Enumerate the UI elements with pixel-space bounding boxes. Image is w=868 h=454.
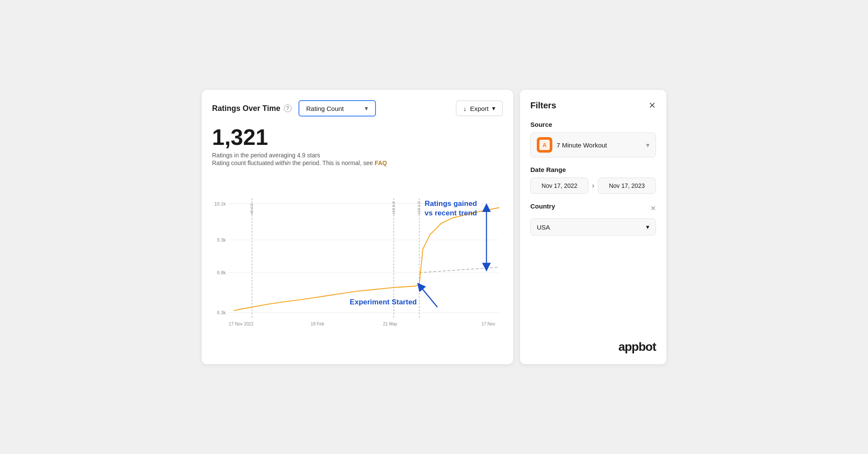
svg-line-16 <box>420 286 437 307</box>
country-dropdown[interactable]: USA ▾ <box>530 218 656 236</box>
svg-text:10.1k: 10.1k <box>214 201 226 206</box>
sidebar-card: Filters ✕ Source A 7 Minute Workout ▾ Da… <box>520 90 666 364</box>
svg-text:9.3k: 9.3k <box>217 237 226 242</box>
stat-note: Rating count fluctuated within the perio… <box>212 160 503 166</box>
download-icon: ↓ <box>463 105 467 112</box>
svg-text:v9.4.0: v9.4.0 <box>249 203 254 214</box>
country-chevron-icon: ▾ <box>646 223 649 231</box>
card-header: Ratings Over Time ? Rating Count ▾ ↓ Exp… <box>212 100 503 117</box>
country-header: Country ✕ <box>530 202 656 214</box>
stat-note-suffix: the period. This is normal, see <box>291 160 375 166</box>
rating-count-value: 1,321 <box>212 125 503 150</box>
source-dropdown[interactable]: A 7 Minute Workout ▾ <box>530 132 656 157</box>
chevron-down-icon: ▾ <box>365 104 368 112</box>
date-arrow-icon: › <box>592 182 594 190</box>
svg-text:A: A <box>542 142 547 148</box>
card-title: Ratings Over Time ? <box>212 104 292 113</box>
svg-text:8.8k: 8.8k <box>217 270 226 275</box>
export-button[interactable]: ↓ Export ▾ <box>456 101 503 116</box>
date-range-filter-section: Date Range Nov 17, 2022 › Nov 17, 2023 <box>530 166 656 194</box>
stat-note-italic: within <box>275 160 291 166</box>
export-chevron-icon: ▾ <box>492 104 496 112</box>
svg-text:18 Feb: 18 Feb <box>311 321 324 326</box>
faq-link[interactable]: FAQ <box>375 160 387 166</box>
annotation-experiment: Experiment Started <box>350 298 417 307</box>
stat-subtitle: Ratings in the period averaging 4.9 star… <box>212 152 503 159</box>
chart-title: Ratings Over Time <box>212 104 280 113</box>
app-icon: A <box>537 137 552 153</box>
source-chevron-icon: ▾ <box>646 141 649 149</box>
close-button[interactable]: ✕ <box>649 100 656 110</box>
chart-area: 10.1k 9.3k 8.8k 8.3k v9.4.0 v10.0.0 v10. <box>212 173 503 354</box>
export-label: Export <box>470 105 489 112</box>
svg-text:8.3k: 8.3k <box>217 310 226 315</box>
svg-text:17 Nov 2022: 17 Nov 2022 <box>229 321 254 326</box>
svg-text:17 Nov: 17 Nov <box>481 321 496 326</box>
metric-dropdown[interactable]: Rating Count ▾ <box>299 100 376 117</box>
filters-title: Filters <box>530 101 556 110</box>
country-filter-section: Country ✕ USA ▾ <box>530 202 656 236</box>
svg-line-14 <box>419 267 499 273</box>
svg-text:v10.0.0: v10.0.0 <box>391 201 396 214</box>
stat-section: 1,321 Ratings in the period averaging 4.… <box>212 125 503 166</box>
date-range-label: Date Range <box>530 166 656 173</box>
source-name: 7 Minute Workout <box>557 141 642 149</box>
date-range-row: Nov 17, 2022 › Nov 17, 2023 <box>530 178 656 194</box>
source-filter-section: Source A 7 Minute Workout ▾ <box>530 121 656 157</box>
source-label: Source <box>530 121 656 128</box>
help-icon[interactable]: ? <box>284 104 292 112</box>
main-card: Ratings Over Time ? Rating Count ▾ ↓ Exp… <box>202 90 513 364</box>
svg-text:21 May: 21 May <box>383 321 397 326</box>
sidebar-header: Filters ✕ <box>530 100 656 110</box>
svg-text:v10.1.0: v10.1.0 <box>417 201 421 214</box>
date-end[interactable]: Nov 17, 2023 <box>598 178 656 194</box>
annotation-gained: Ratings gainedvs recent trend <box>425 199 477 218</box>
dropdown-label: Rating Count <box>306 105 344 112</box>
country-value: USA <box>537 224 550 231</box>
stat-note-prefix: Rating count fluctuated <box>212 160 275 166</box>
appbot-logo: appbot <box>619 340 656 354</box>
country-label: Country <box>530 202 555 210</box>
country-remove-button[interactable]: ✕ <box>650 204 656 212</box>
date-start[interactable]: Nov 17, 2022 <box>530 178 588 194</box>
